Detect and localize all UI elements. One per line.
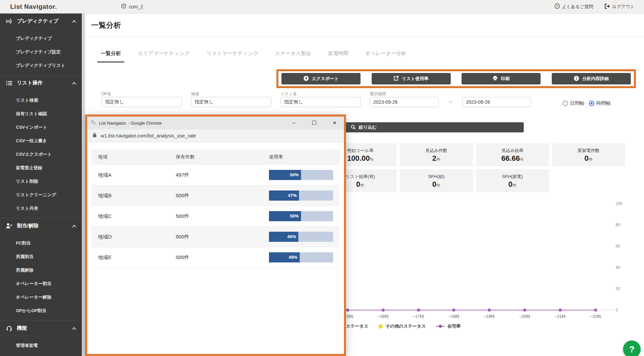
workspace-switcher[interactable]: com_2: [121, 3, 143, 10]
radio-icon: [589, 101, 594, 106]
stat-value: 66.66%: [501, 155, 524, 162]
legend-label: ステータス: [346, 323, 368, 329]
sidebar-section-label: 割当/解除: [17, 223, 72, 229]
stat-value: 0件: [585, 155, 593, 162]
sidebar-item[interactable]: 架電禁止登録: [0, 161, 82, 175]
sidebar-item[interactable]: リスト共有: [0, 202, 82, 215]
sidebar-section-header-プレディクティブ[interactable]: プレディクティブ: [0, 14, 82, 29]
sidebar-item[interactable]: 所属解除: [0, 263, 82, 277]
radio-hour-axis[interactable]: 時間軸: [589, 100, 611, 106]
chart-point: [594, 309, 597, 312]
x-axis-tick-label: ~19時: [484, 314, 495, 320]
sidebar-item[interactable]: プレディクティブ設定: [0, 45, 82, 59]
tab-オペレーター分析[interactable]: オペレーター分析: [362, 48, 410, 62]
tab-リストマーケティング[interactable]: リストマーケティング: [203, 48, 262, 62]
sidebar-section-header-リスト操作[interactable]: リスト操作: [0, 75, 82, 91]
sidebar-section-header-割当/解除[interactable]: 割当/解除: [0, 218, 82, 234]
stat-label: 見込み効率: [501, 148, 523, 154]
sidebar-section-header-機能[interactable]: 機能: [0, 321, 82, 336]
sidebar-item[interactable]: PC割当: [0, 236, 82, 250]
op-name-input[interactable]: [101, 97, 182, 107]
usage-rate-fill: 48%: [269, 252, 300, 262]
sidebar-item[interactable]: オペレーター割当: [0, 277, 82, 290]
faq-link[interactable]: ? よくあるご質問: [554, 3, 593, 10]
count-cell: 500件: [176, 193, 189, 199]
popup-titlebar[interactable]: List Navigator. - Google Chrome ─ ☐ ✕: [87, 117, 344, 129]
external-link-icon: [394, 76, 399, 82]
sidebar-item[interactable]: 管理者架電: [0, 339, 82, 352]
sidebar-item[interactable]: リストクリーニング: [0, 188, 82, 202]
filter-apply-button[interactable]: 絞り込む: [338, 122, 524, 132]
x-axis-tick-label: ~17時: [413, 314, 424, 320]
sidebar-section: リスト操作リスト検索保有リスト確認CSVインポートCSV一括上書きCSVエクスポ…: [0, 75, 82, 218]
table-row: 地域E500件48%: [91, 247, 340, 268]
region-input[interactable]: [191, 97, 271, 107]
info-icon: [574, 76, 579, 82]
sidebar-section-label: プレディクティブ: [17, 18, 72, 24]
export-button[interactable]: エクスポート: [281, 73, 361, 84]
usage-rate-bar: 50%: [269, 211, 333, 221]
y-axis-tick-label: 80: [616, 223, 631, 227]
sidebar-scrollbar[interactable]: [82, 14, 85, 356]
sidebar-item[interactable]: 保有リスト確認: [0, 107, 82, 121]
op-name-label: OP名: [101, 91, 111, 97]
series-line-athome-rate: [324, 310, 596, 310]
sidebar-section-label: 機能: [17, 325, 72, 331]
chart-legend: ステータスその他のステータス在宅率: [346, 323, 461, 329]
tab-bar: 一覧分析エリアマーケティングリストマーケティングステータス割合架電時間オペレータ…: [97, 48, 410, 62]
sidebar-item[interactable]: CSVエクスポート: [0, 148, 82, 161]
sidebar-item[interactable]: リスト検索: [0, 94, 82, 107]
print-button[interactable]: 印刷: [462, 73, 541, 84]
sidebar-item[interactable]: 所属割当: [0, 250, 82, 263]
table-row: 地域C500件50%: [91, 206, 340, 227]
date-from-input[interactable]: [370, 97, 439, 107]
close-icon[interactable]: ✕: [332, 121, 337, 125]
count-cell: 500件: [176, 254, 189, 261]
tab-エリアマーケティング[interactable]: エリアマーケティング: [134, 48, 193, 62]
stat-label: SPH(総): [428, 174, 444, 180]
count-cell: 500件: [176, 234, 189, 240]
help-icon: ?: [629, 344, 635, 355]
list-usage-button[interactable]: リスト使用率: [372, 73, 451, 84]
stat-card: 見込み効率66.66%: [476, 143, 549, 166]
stat-value: 0件: [432, 181, 440, 188]
stat-value: 2件: [432, 155, 440, 162]
popup-title: List Navigator. - Google Chrome: [99, 121, 291, 126]
sidebar-item[interactable]: プレディクティブリスト: [0, 59, 82, 72]
y-axis-tick-label: 20: [616, 286, 631, 291]
chart-point: [523, 309, 526, 312]
legend-circle-marker: [378, 324, 383, 329]
date-to-input[interactable]: [462, 97, 531, 107]
usage-rate-fill: 46%: [269, 232, 298, 242]
radio-day-axis[interactable]: 日間軸: [563, 100, 584, 106]
maximize-icon[interactable]: ☐: [312, 120, 317, 126]
usage-rate-bar: 48%: [269, 252, 333, 262]
sidebar-item[interactable]: リスト削除: [0, 175, 82, 188]
logout-link[interactable]: ログアウト: [604, 4, 635, 10]
legend-label: その他のステータス: [386, 323, 426, 329]
stat-card: SPH(架電)0件: [476, 169, 549, 192]
analysis-detail-button[interactable]: 分析内容詳細: [552, 73, 631, 84]
minimize-icon[interactable]: ─: [291, 121, 297, 125]
help-button[interactable]: ?: [623, 340, 641, 356]
stat-card: 見込み件数2件: [400, 143, 473, 166]
popup-url-bar[interactable]: w1.list-navigator.com/list_analysis_use_…: [87, 129, 344, 142]
sidebar-item[interactable]: オペレーター解除: [0, 290, 82, 304]
period-label: 選択期間: [370, 91, 386, 97]
legend-label: 在宅率: [447, 323, 461, 329]
tab-ステータス割合[interactable]: ステータス割合: [272, 48, 314, 62]
date-range-separator: ~: [449, 99, 452, 105]
sidebar-item[interactable]: プレディクティブ: [0, 32, 82, 45]
tab-一覧分析[interactable]: 一覧分析: [97, 48, 124, 62]
sidebar-nav: プレディクティブプレディクティブプレディクティブ設定プレディクティブリストリスト…: [0, 14, 82, 356]
list-name-input[interactable]: [280, 97, 361, 107]
chevron-up-icon: [72, 325, 76, 331]
sidebar-item[interactable]: OPからOP割当: [0, 304, 82, 317]
chevron-up-icon: [72, 223, 76, 229]
stat-unit: 件: [437, 157, 441, 162]
sidebar-item[interactable]: CSVインポート: [0, 121, 82, 134]
tab-架電時間[interactable]: 架電時間: [325, 48, 352, 62]
usage-rate-fill: 50%: [269, 170, 301, 180]
col-header-region: 地域: [98, 154, 107, 160]
sidebar-item[interactable]: CSV一括上書き: [0, 134, 82, 148]
